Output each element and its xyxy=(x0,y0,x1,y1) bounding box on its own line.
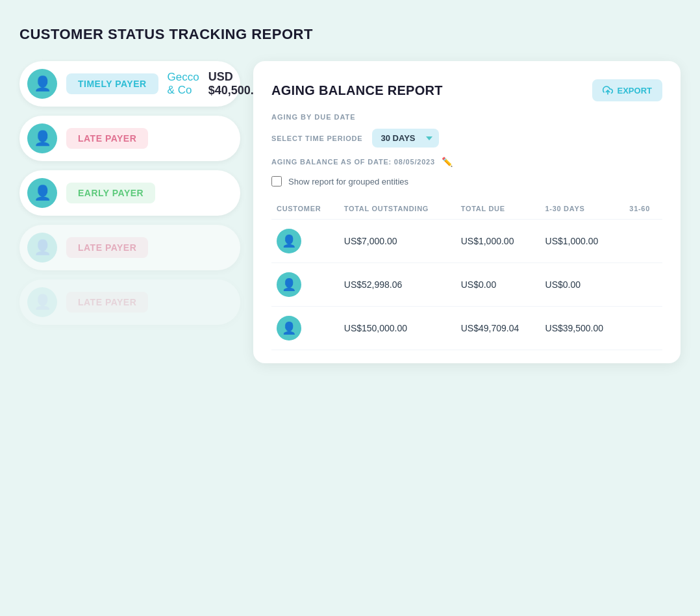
row-3-days-1-30: US$39,500.00 xyxy=(540,307,625,350)
table-header-row: CUSTOMER TOTAL OUTSTANDING TOTAL DUE 1-3… xyxy=(271,201,662,220)
col-1-30-days: 1-30 DAYS xyxy=(540,201,625,220)
sidebar: 👤 TIMELY PAYER Gecco & Co USD $40,500.05… xyxy=(19,61,240,325)
payer-card-early[interactable]: 👤 EARLY PAYER xyxy=(19,170,240,216)
export-button[interactable]: EXPORT xyxy=(592,79,662,101)
checkbox-row: Show report for grouped entities xyxy=(271,176,662,186)
report-panel: AGING BALANCE REPORT EXPORT AGING BY DUE… xyxy=(253,61,681,363)
report-title: AGING BALANCE REPORT xyxy=(271,83,443,98)
date-row: AGING BALANCE AS OF DATE: 08/05/2023 ✏️ xyxy=(271,157,662,167)
col-31-60-days: 31-60 xyxy=(624,201,662,220)
payer-card-late-1[interactable]: 👤 LATE PAYER xyxy=(19,116,240,161)
company-name: Gecco & Co xyxy=(168,71,199,97)
person-icon: 👤 xyxy=(34,295,51,309)
avatar: 👤 xyxy=(277,272,301,297)
row-3-due: US$49,709.04 xyxy=(456,307,540,350)
col-customer: CUSTOMER xyxy=(271,201,339,220)
table-row: 👤 US$7,000.00 US$1,000.00 US$1,000.00 xyxy=(271,220,662,263)
payer-card-late-2[interactable]: 👤 LATE PAYER xyxy=(19,225,240,270)
page-title: CUSTOMER STATUS TRACKING REPORT xyxy=(19,26,681,43)
row-3-days-31-60 xyxy=(624,307,662,350)
row-1-outstanding: US$7,000.00 xyxy=(339,220,456,263)
row-3-outstanding: US$150,000.00 xyxy=(339,307,456,350)
col-total-outstanding: TOTAL OUTSTANDING xyxy=(339,201,456,220)
select-period-label: SELECT TIME PERIODE xyxy=(271,135,363,142)
table-row: 👤 US$52,998.06 US$0.00 US$0.00 xyxy=(271,263,662,307)
time-period-select[interactable]: 30 DAYS 60 DAYS 90 DAYS 120 DAYS xyxy=(372,129,439,148)
extra-payer-badge: LATE PAYER xyxy=(66,292,148,313)
avatar: 👤 xyxy=(277,316,301,340)
upload-icon xyxy=(603,85,613,96)
payer-card-timely[interactable]: 👤 TIMELY PAYER Gecco & Co USD $40,500.05 xyxy=(19,61,240,107)
payer-card-extra[interactable]: 👤 LATE PAYER xyxy=(19,279,240,325)
row-1-days-1-30: US$1,000.00 xyxy=(540,220,625,263)
late-payer-badge-faded: LATE PAYER xyxy=(66,237,148,258)
row-2-outstanding: US$52,998.06 xyxy=(339,263,456,307)
aging-by-label: AGING BY DUE DATE xyxy=(271,113,662,121)
avatar: 👤 xyxy=(27,233,57,263)
avatar: 👤 xyxy=(27,287,57,317)
row-3-avatar-cell: 👤 xyxy=(271,307,339,350)
grouped-entities-checkbox[interactable] xyxy=(271,176,282,186)
row-2-avatar-cell: 👤 xyxy=(271,263,339,307)
avatar: 👤 xyxy=(27,178,57,208)
person-icon: 👤 xyxy=(282,277,296,292)
report-table: CUSTOMER TOTAL OUTSTANDING TOTAL DUE 1-3… xyxy=(271,201,662,350)
row-1-due: US$1,000.00 xyxy=(456,220,540,263)
late-payer-badge: LATE PAYER xyxy=(66,128,148,149)
edit-icon[interactable]: ✏️ xyxy=(442,157,453,167)
row-2-days-31-60 xyxy=(624,263,662,307)
date-label: AGING BALANCE AS OF DATE: 08/05/2023 xyxy=(271,158,435,166)
person-icon: 👤 xyxy=(282,321,296,335)
payer-info: Gecco & Co USD $40,500.05 xyxy=(168,70,267,97)
person-icon: 👤 xyxy=(34,186,51,200)
table-row: 👤 US$150,000.00 US$49,709.04 US$39,500.0… xyxy=(271,307,662,350)
person-icon: 👤 xyxy=(34,240,51,255)
avatar: 👤 xyxy=(27,123,57,153)
checkbox-label: Show report for grouped entities xyxy=(288,177,408,186)
col-total-due: TOTAL DUE xyxy=(456,201,540,220)
row-1-days-31-60 xyxy=(624,220,662,263)
filter-row: SELECT TIME PERIODE 30 DAYS 60 DAYS 90 D… xyxy=(271,129,662,148)
person-icon: 👤 xyxy=(34,131,51,146)
row-1-avatar-cell: 👤 xyxy=(271,220,339,263)
avatar: 👤 xyxy=(27,69,57,99)
export-label: EXPORT xyxy=(618,86,652,96)
main-layout: 👤 TIMELY PAYER Gecco & Co USD $40,500.05… xyxy=(19,61,681,363)
early-payer-badge: EARLY PAYER xyxy=(66,183,155,203)
report-header: AGING BALANCE REPORT EXPORT xyxy=(271,79,662,101)
person-icon: 👤 xyxy=(34,77,51,91)
person-icon: 👤 xyxy=(282,234,296,248)
row-2-due: US$0.00 xyxy=(456,263,540,307)
timely-payer-badge: TIMELY PAYER xyxy=(66,73,158,94)
row-2-days-1-30: US$0.00 xyxy=(540,263,625,307)
avatar: 👤 xyxy=(277,229,301,253)
